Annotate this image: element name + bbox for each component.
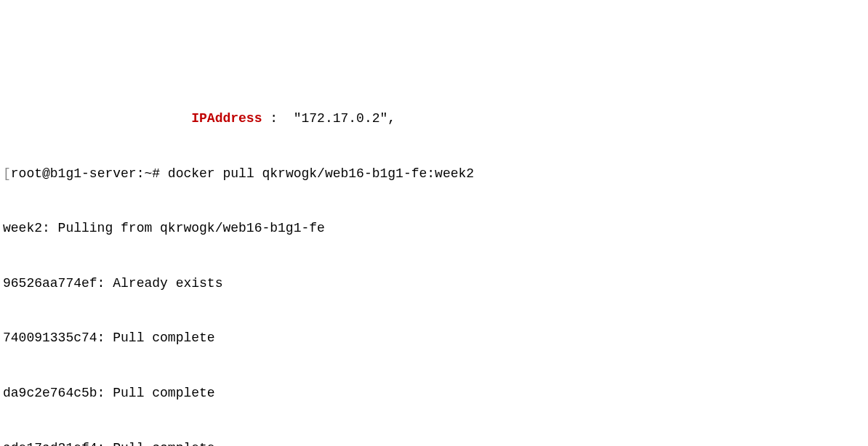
output-line: ade17ad21ef4: Pull complete [3,439,865,447]
bracket-icon: [ [3,166,11,181]
output-line: 740091335c74: Pull complete [3,329,865,347]
terminal[interactable]: IPAddress : "172.17.0.2", [root@b1g1-ser… [3,73,865,446]
shell-prompt: root@b1g1-server:~# [11,166,160,181]
partial-top-line: IPAddress : "172.17.0.2", [3,110,865,128]
prompt-line-1: [root@b1g1-server:~# docker pull qkrwogk… [3,165,865,183]
shell-command: docker pull qkrwogk/web16-b1g1-fe:week2 [168,166,474,181]
ipaddress-value: "172.17.0.2", [294,111,395,126]
ipaddress-sep: : [270,111,278,126]
output-line: da9c2e764c5b: Pull complete [3,384,865,402]
output-line: week2: Pulling from qkrwogk/web16-b1g1-f… [3,219,865,238]
output-line: 96526aa774ef: Already exists [3,275,865,293]
ipaddress-label: IPAddress [191,111,262,126]
